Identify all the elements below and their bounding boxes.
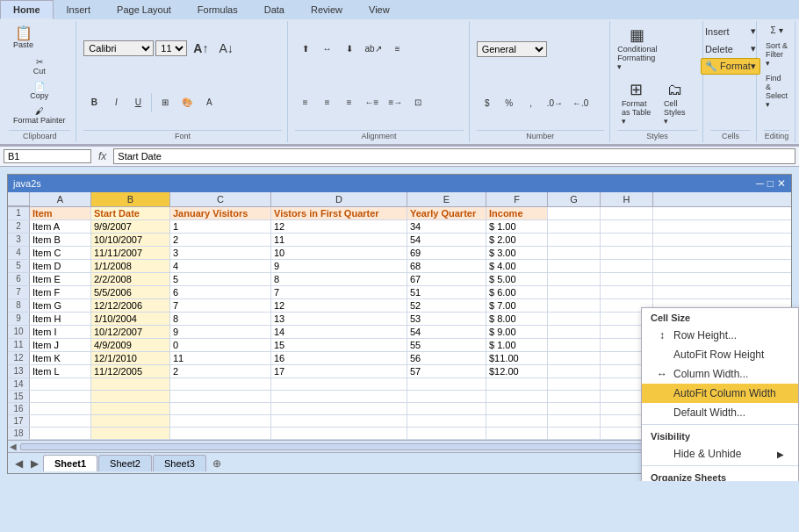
cell-data[interactable]: 4/9/2009 [91, 339, 170, 351]
formula-input[interactable] [113, 148, 795, 164]
cell-data[interactable] [601, 234, 653, 246]
maximize-button[interactable]: □ [767, 177, 774, 190]
find-select-button[interactable]: Find &Select ▾ [761, 71, 792, 111]
conditional-formatting-button[interactable]: ▦ ConditionalFormatting ▾ [617, 23, 658, 74]
comma-button[interactable]: , [521, 96, 542, 111]
cell-data[interactable] [548, 403, 601, 414]
fill-color-button[interactable]: 🎨 [176, 93, 198, 112]
cell-a1[interactable]: Item [30, 207, 91, 219]
cell-data[interactable] [170, 415, 271, 427]
cell-data[interactable]: 14 [271, 326, 407, 338]
italic-button[interactable]: I [105, 93, 126, 112]
cell-data[interactable]: 17 [271, 365, 407, 377]
align-top-button[interactable]: ⬆ [295, 41, 316, 56]
cell-data[interactable]: 15 [271, 339, 407, 351]
autofit-column-item[interactable]: AutoFit Column Width [642, 384, 798, 403]
cell-data[interactable] [548, 352, 601, 364]
col-header-g[interactable]: G [548, 192, 601, 206]
cell-data[interactable]: 11 [271, 234, 407, 246]
cell-data[interactable] [601, 273, 653, 285]
cell-data[interactable] [548, 365, 601, 377]
cell-data[interactable]: 12 [271, 220, 407, 233]
insert-sheet-button[interactable]: ⊕ [207, 456, 227, 471]
cell-data[interactable] [548, 260, 601, 272]
cell-data[interactable] [407, 378, 486, 390]
cell-data[interactable]: Item K [30, 352, 91, 364]
cell-data[interactable]: 69 [407, 247, 486, 259]
tab-formulas[interactable]: Formulas [184, 0, 251, 19]
cell-data[interactable] [271, 391, 407, 402]
cell-g1[interactable] [548, 207, 601, 219]
cell-data[interactable]: 12/12/2006 [91, 299, 170, 312]
cell-data[interactable]: 9 [170, 326, 271, 338]
cell-data[interactable]: 3 [170, 247, 271, 259]
font-family-select[interactable]: Calibri [83, 40, 154, 56]
align-bottom-button[interactable]: ⬇ [339, 41, 360, 56]
align-center-button[interactable]: ≡ [317, 95, 338, 110]
tab-review[interactable]: Review [298, 0, 356, 19]
cell-data[interactable]: 1/10/2004 [91, 313, 170, 325]
cell-data[interactable] [548, 339, 601, 351]
tab-view[interactable]: View [356, 0, 403, 19]
close-button[interactable]: ✕ [777, 177, 786, 190]
cell-data[interactable]: 4 [170, 260, 271, 272]
cell-data[interactable]: 8 [271, 273, 407, 285]
col-header-f[interactable]: F [486, 192, 548, 206]
cell-data[interactable]: 7 [271, 286, 407, 298]
cell-data[interactable]: Item F [30, 286, 91, 298]
cell-data[interactable]: 54 [407, 234, 486, 246]
cell-data[interactable]: 5 [170, 273, 271, 285]
cell-data[interactable] [407, 415, 486, 427]
cell-data[interactable]: $ 1.00 [486, 220, 548, 233]
cell-data[interactable]: Item D [30, 260, 91, 272]
cell-data[interactable] [601, 286, 653, 298]
percent-button[interactable]: % [499, 96, 520, 111]
cell-data[interactable]: 7 [170, 299, 271, 312]
cell-data[interactable]: $ 1.00 [486, 339, 548, 351]
cell-data[interactable]: $ 8.00 [486, 313, 548, 325]
orientation-button[interactable]: ab↗ [361, 41, 386, 56]
cell-data[interactable]: 68 [407, 260, 486, 272]
tab-home[interactable]: Home [0, 0, 54, 19]
cell-data[interactable] [407, 428, 486, 439]
cell-data[interactable]: 11/12/2005 [91, 365, 170, 377]
cell-data[interactable]: 1 [170, 220, 271, 233]
cell-data[interactable] [601, 220, 653, 233]
cell-b1[interactable]: Start Date [91, 207, 170, 219]
align-middle-button[interactable]: ↔ [317, 41, 338, 56]
cell-data[interactable]: 6 [170, 286, 271, 298]
decrease-indent-button[interactable]: ←≡ [361, 95, 384, 110]
cell-data[interactable]: 1/1/2008 [91, 260, 170, 272]
tab-insert[interactable]: Insert [54, 0, 104, 19]
cell-data[interactable]: Item J [30, 339, 91, 351]
default-width-item[interactable]: Default Width... [642, 403, 798, 422]
cell-data[interactable]: 51 [407, 286, 486, 298]
cell-data[interactable]: $12.00 [486, 365, 548, 377]
cell-data[interactable] [548, 234, 601, 246]
cell-data[interactable] [486, 403, 548, 414]
number-format-select[interactable]: General [477, 41, 547, 57]
cell-data[interactable]: 13 [271, 313, 407, 325]
cell-data[interactable]: $ 2.00 [486, 234, 548, 246]
cell-data[interactable]: 52 [407, 299, 486, 312]
cell-data[interactable]: 0 [170, 339, 271, 351]
cell-data[interactable] [548, 299, 601, 312]
row-height-item[interactable]: ↕ Row Height... [642, 326, 798, 345]
currency-button[interactable]: $ [477, 96, 498, 111]
font-size-select[interactable]: 11 [155, 40, 187, 56]
cell-data[interactable] [407, 391, 486, 402]
border-button[interactable]: ⊞ [155, 93, 176, 112]
cell-data[interactable]: 9 [271, 260, 407, 272]
column-width-item[interactable]: ↔ Column Width... [642, 364, 798, 384]
cell-data[interactable]: 55 [407, 339, 486, 351]
cell-data[interactable] [271, 378, 407, 390]
tab-data[interactable]: Data [251, 0, 298, 19]
next-sheet-button[interactable]: ▶ [27, 456, 42, 471]
cell-data[interactable]: Item G [30, 299, 91, 312]
format-button[interactable]: 🔧 Format▾ [701, 58, 760, 75]
cell-data[interactable] [91, 428, 170, 439]
cell-data[interactable]: 5/5/2006 [91, 286, 170, 298]
cell-data[interactable]: 10/12/2007 [91, 326, 170, 338]
sheet-tab-1[interactable]: Sheet1 [43, 455, 97, 471]
cell-data[interactable] [91, 403, 170, 414]
